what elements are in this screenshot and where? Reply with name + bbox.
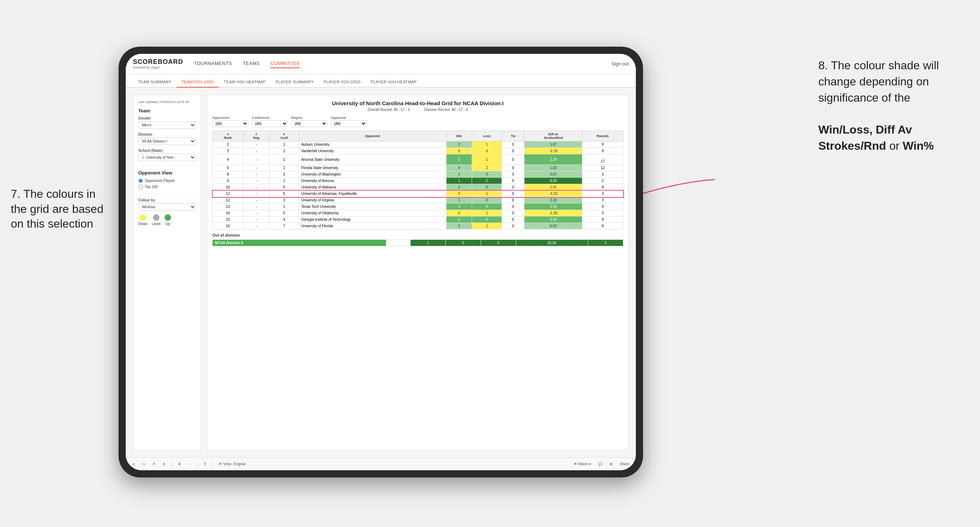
cell-diff: 5.56 [525,203,582,210]
level-dot [153,214,159,221]
col-rank: #Rank [213,131,243,141]
opponent-view-title: Opponent View [138,170,196,176]
gender-select[interactable]: Men's [138,121,196,129]
col-rounds: Rounds [582,131,623,141]
cell-reg: - [243,210,269,216]
opponents-filter-select[interactable]: (All) [212,120,248,127]
table-row: 10 - 5 University of Alabama 3 0 0 2.61 … [213,184,623,190]
tab-team-h2h-heatmap[interactable]: TEAM H2H HEATMAP [219,77,270,87]
cell-conf: 2 [269,171,299,178]
layout-button[interactable]: ⊞ [608,461,614,467]
download-button[interactable]: ⬇ [177,461,182,467]
cell-opponent: University of Arizona [299,178,446,184]
nav-teams[interactable]: TEAMS [243,59,260,68]
col-tie: Tie [502,131,525,141]
more-button[interactable]: ⋯ [186,461,193,467]
table-row: 14 - 5 University of Oklahoma 0 1 0 -1.0… [213,210,623,216]
cell-opponent: University of Florida [299,223,446,229]
pause-button[interactable]: ⏸ [161,461,167,467]
feedback-button[interactable]: 💬 [597,461,604,467]
col-diff: Diff AvStrokes/Rnd [525,131,582,141]
out-of-division-table: NCAA Division II 1 0 0 26.00 3 [212,240,623,246]
main-nav: TOURNAMENTS TEAMS COMMITTEE [194,59,611,68]
cell-reg: - [243,216,269,223]
cell-tie: 0 [502,216,525,223]
col-loss: Loss [472,131,502,141]
colour-by-group: Colour by Win/loss [138,198,196,211]
school-select[interactable]: 1. University of Nort... [138,154,196,161]
cell-win: 0 [446,190,472,197]
region-filter: Region (All) [291,116,327,127]
region-filter-select[interactable]: (All) [291,120,327,127]
separator-2 [197,461,197,467]
tab-player-summary[interactable]: PLAYER SUMMARY [270,77,319,87]
cell-rank: 12 [213,197,243,203]
cell-opponent: Texas Tech University [299,203,446,210]
conference-filter-select[interactable]: (All) [252,120,288,127]
tab-player-h2h-heatmap[interactable]: PLAYER H2H HEATMAP [366,77,422,87]
tab-team-h2h-grid[interactable]: TEAM H2H GRID [177,77,219,87]
cell-tie: 0 [502,184,525,190]
cell-rank: 15 [213,216,243,223]
tab-player-h2h-grid[interactable]: PLAYER H2H GRID [319,77,366,87]
nav-committee[interactable]: COMMITTEE [270,59,300,68]
table-row: 6 - 2 Florida State University 4 2 0 1.8… [213,165,623,171]
cell-tie: 0 [502,165,525,171]
cell-rounds: 12 [582,165,623,171]
division-select[interactable]: NCAA Division I [138,138,196,145]
cell-win: 1 [446,197,472,203]
cell-rank: 10 [213,184,243,190]
tab-team-summary[interactable]: TEAM SUMMARY [133,77,177,87]
cell-diff: 6.62 [525,223,582,229]
school-label: School (Rank) [138,149,196,152]
view-original-button[interactable]: 👁 View: Original [217,461,247,467]
cell-win: 0 [446,210,472,216]
table-row: 2 - 1 Auburn University 2 1 0 1.67 9 [213,141,623,148]
view-icon: 👁 [219,462,223,466]
cell-win: 3 [446,203,472,210]
tablet-device: SCOREBOARD Powered by clippd TOURNAMENTS… [119,47,643,478]
filter-row: Opponents: (All) Conference (All) Region [212,116,623,127]
nav-tournaments[interactable]: TOURNAMENTS [194,59,232,68]
cell-rounds: 8 [582,184,623,190]
cell-diff: 3.67 [525,171,582,178]
share-button[interactable]: Share [618,461,631,467]
col-conf: #Conf [269,131,299,141]
cell-rounds: 9 [582,141,623,148]
cell-conf: 7 [269,223,299,229]
cell-conf: 2 [269,148,299,154]
sign-out-button[interactable]: Sign out [611,61,628,67]
cell-conf: 1 [269,154,299,165]
separator-3 [213,461,213,467]
top-100-radio[interactable]: Top 100 [138,184,196,189]
cell-win: 5 [446,154,472,165]
undo-button[interactable]: ↩ [131,461,137,467]
division-record-label: Division Record: 88 - 17 - 0 [424,108,468,112]
region-filter-label: Region [291,116,327,119]
cell-conf: 5 [269,184,299,190]
cell-reg: - [243,203,269,210]
cell-tie: 0 [502,223,525,229]
reset-button[interactable]: ↺ [151,461,157,467]
down-dot [140,214,146,221]
cell-reg: - [243,223,269,229]
down-label: Down [138,222,148,226]
clock-button[interactable]: ⏱ [202,461,208,467]
cell-opponent: University of Virginia [299,197,446,203]
colour-by-select[interactable]: Win/loss [138,203,196,211]
cell-conf: 1 [269,178,299,184]
level-label: Level [152,222,161,226]
out-of-division: Out of division NCAA Division II 1 0 0 2… [212,233,623,246]
cell-tie: 0 [502,148,525,154]
logo-text: SCOREBOARD [133,58,183,66]
cell-tie: 0 [502,141,525,148]
tableau-toolbar: ↩ ↪ ↺ ⏸ ⬇ ⋯ ⏱ 👁 View: Original 👁 Watch ▾… [126,457,636,470]
watch-button[interactable]: 👁 Watch ▾ [572,461,593,467]
opponents-played-radio[interactable]: Opponents Played [138,178,196,183]
table-row: 15 - 4 Georgia Institute of Technology 5… [213,216,623,223]
cell-rounds: 3 [582,190,623,197]
opponent-filter-select[interactable]: (All) [331,120,367,127]
redo-button[interactable]: ↪ [141,461,146,467]
grid-records: Overall Record: 89 - 17 - 0 Division Rec… [212,108,623,112]
logo-area: SCOREBOARD Powered by clippd [133,58,183,69]
